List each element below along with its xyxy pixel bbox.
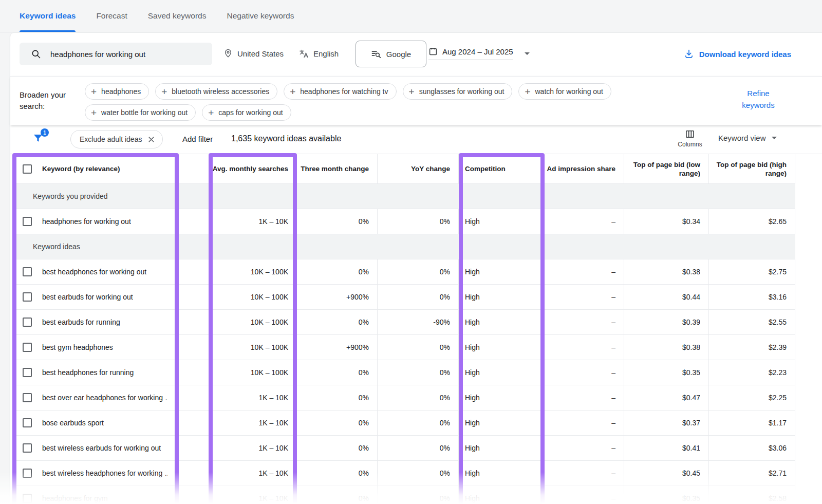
- table-row: best over ear headphones for working … 1…: [12, 385, 795, 410]
- broaden-keyword-chip[interactable]: + caps for working out: [202, 104, 291, 121]
- broaden-keyword-chip[interactable]: + water bottle for working out: [85, 104, 196, 121]
- row-checkbox[interactable]: [23, 418, 32, 427]
- row-checkbox[interactable]: [23, 494, 32, 503]
- yoy-change-cell: 0%: [378, 385, 459, 410]
- tab[interactable]: Negative keywords: [227, 0, 294, 32]
- row-checkbox[interactable]: [23, 368, 32, 377]
- ad-impression-share-cell: –: [545, 335, 624, 360]
- keyword-cell: bose earbuds sport: [42, 419, 104, 427]
- keyword-cell: best earbuds for working out: [42, 293, 133, 301]
- ad-impression-share-cell: –: [545, 385, 624, 410]
- competition-cell: High: [459, 209, 545, 234]
- yoy-change-cell: [378, 184, 459, 209]
- top-of-page-bid-low-cell: $0.38: [624, 259, 709, 284]
- keyword-cell: best headphones for working out: [42, 268, 146, 276]
- location-selector[interactable]: United States: [223, 49, 284, 58]
- table-row: bose earbuds sport 1K – 10K 0% 0% High –…: [12, 410, 795, 435]
- download-icon: [684, 49, 694, 59]
- ad-impression-share-cell: –: [545, 360, 624, 385]
- avg-monthly-searches-cell: [211, 184, 297, 209]
- row-checkbox[interactable]: [23, 318, 32, 327]
- yoy-change-cell: 0%: [378, 259, 459, 284]
- plus-icon: +: [208, 108, 214, 118]
- broaden-chip-list: + headphones + bluetooth wireless access…: [85, 83, 652, 121]
- table-row: best headphones for working out 10K – 10…: [12, 259, 795, 284]
- language-selector[interactable]: English: [299, 49, 339, 59]
- top-of-page-bid-low-cell: $0.38: [624, 335, 709, 360]
- keyword-cell: best headphones for running: [42, 368, 134, 377]
- tab[interactable]: Saved keywords: [148, 0, 207, 32]
- broaden-keyword-chip[interactable]: + headphones for watching tv: [284, 83, 396, 100]
- plus-icon: +: [409, 87, 415, 97]
- date-range-label: Aug 2024 – Jul 2025: [442, 47, 513, 56]
- yoy-change-cell: 0%: [378, 436, 459, 460]
- top-of-page-bid-high-cell: $2.25: [709, 385, 795, 410]
- section-label: Keyword ideas: [33, 242, 80, 251]
- caret-down-icon: [772, 137, 777, 139]
- location-label: United States: [237, 49, 284, 58]
- three-month-change-cell: 0%: [297, 310, 378, 334]
- refine-keywords-button[interactable]: Refine keywords: [735, 87, 782, 111]
- caret-down-icon: [525, 52, 530, 55]
- calendar-icon: [428, 47, 438, 56]
- competition-cell: High: [459, 410, 545, 435]
- chip-label: watch for working out: [535, 87, 603, 96]
- download-keyword-ideas-button[interactable]: Download keyword ideas: [684, 49, 791, 59]
- section-label: Keywords you provided: [33, 192, 108, 200]
- header-top-of-page-bid-low: Top of page bid (low range): [624, 154, 709, 183]
- keyword-search-box[interactable]: [20, 43, 212, 65]
- broaden-keyword-chip[interactable]: + sunglasses for working out: [403, 83, 513, 100]
- table-row: best gym headphones 10K – 100K +900% 0% …: [12, 334, 795, 360]
- row-checkbox[interactable]: [23, 217, 32, 226]
- table-body: Keywords you provided: [12, 183, 795, 504]
- three-month-change-cell: 0%: [297, 209, 378, 234]
- plus-icon: +: [290, 87, 295, 97]
- tab[interactable]: Keyword ideas: [20, 0, 76, 32]
- chip-label: water bottle for working out: [101, 108, 188, 117]
- top-of-page-bid-high-cell: $3.06: [709, 436, 795, 460]
- search-input[interactable]: [49, 49, 205, 59]
- table-row: Keywords you provided: [12, 183, 795, 209]
- row-checkbox[interactable]: [23, 443, 32, 453]
- add-filter-button[interactable]: Add filter: [182, 135, 213, 143]
- chip-label: headphones: [101, 87, 141, 96]
- competition-cell: [459, 184, 545, 209]
- broaden-keyword-chip[interactable]: + headphones: [85, 83, 149, 100]
- close-icon[interactable]: [148, 136, 155, 143]
- chip-label: caps for working out: [218, 108, 283, 117]
- columns-label: Columns: [678, 141, 702, 148]
- row-checkbox[interactable]: [23, 292, 32, 302]
- three-month-change-cell: 0%: [297, 436, 378, 460]
- keyword-view-dropdown[interactable]: Keyword view: [718, 134, 777, 142]
- yoy-change-cell: -90%: [378, 310, 459, 334]
- select-all-checkbox[interactable]: [23, 164, 32, 174]
- broaden-keyword-chip[interactable]: + watch for working out: [518, 83, 611, 100]
- plus-icon: +: [525, 87, 530, 97]
- header-ad-impression-share: Ad impression share: [545, 154, 624, 183]
- avg-monthly-searches-cell: 1K – 10K: [211, 436, 297, 460]
- spacer-cell: [179, 410, 211, 435]
- spacer-cell: [179, 335, 211, 360]
- header-top-of-page-bid-high: Top of page bid (high range): [709, 154, 795, 183]
- tab-label: Saved keywords: [148, 11, 207, 21]
- tab[interactable]: Forecast: [96, 0, 127, 32]
- download-label: Download keyword ideas: [699, 50, 791, 59]
- broaden-keyword-chip[interactable]: + bluetooth wireless accessories: [155, 83, 277, 100]
- top-of-page-bid-low-cell: $0.45: [624, 461, 709, 486]
- active-filter-chip[interactable]: Exclude adult ideas: [70, 130, 163, 148]
- row-checkbox[interactable]: [23, 393, 32, 402]
- row-checkbox[interactable]: [23, 267, 32, 276]
- ad-impression-share-cell: –: [545, 410, 624, 435]
- filter-funnel-button[interactable]: 1: [32, 132, 44, 146]
- row-checkbox[interactable]: [23, 343, 32, 352]
- date-range-selector[interactable]: Aug 2024 – Jul 2025: [428, 47, 530, 60]
- active-filter-label: Exclude adult ideas: [80, 135, 142, 143]
- top-of-page-bid-high-cell: $2.23: [709, 360, 795, 385]
- spacer-cell: [179, 486, 211, 504]
- three-month-change-cell: 0%: [297, 410, 378, 435]
- columns-button[interactable]: Columns: [676, 129, 704, 148]
- chip-label: headphones for watching tv: [300, 87, 388, 96]
- columns-icon: [685, 129, 695, 139]
- network-selector[interactable]: Google: [356, 41, 426, 67]
- row-checkbox[interactable]: [23, 469, 32, 478]
